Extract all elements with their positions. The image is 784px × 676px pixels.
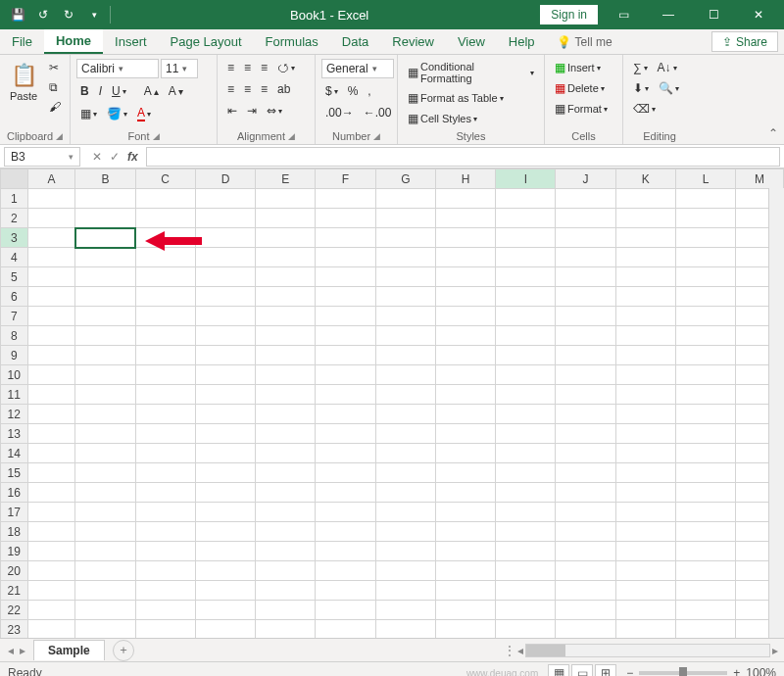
tab-page-layout[interactable]: Page Layout [159,29,254,54]
cell[interactable] [135,248,195,267]
cell[interactable] [195,620,255,640]
cut-button[interactable]: ✂ [45,59,65,76]
insert-function-icon[interactable]: fx [127,150,138,164]
cell[interactable] [256,444,316,463]
cell[interactable] [496,542,556,561]
cell[interactable] [675,581,735,601]
cell[interactable] [556,385,615,405]
cell[interactable] [496,503,556,522]
cell[interactable] [27,405,75,424]
tab-review[interactable]: Review [380,29,446,54]
cell[interactable] [256,346,316,365]
cell[interactable] [375,542,435,561]
cell[interactable] [256,228,316,248]
cell[interactable] [316,346,375,365]
align-left-button[interactable]: ≡ [223,80,238,98]
cell[interactable] [675,405,735,424]
cell[interactable] [27,385,75,405]
cell[interactable] [256,287,316,307]
cell[interactable] [615,287,675,307]
dialog-launcher-icon[interactable]: ◢ [56,131,63,141]
cell[interactable] [496,620,556,640]
row-header[interactable]: 20 [1,561,28,581]
cell[interactable] [75,307,135,326]
row-header[interactable]: 13 [1,424,28,444]
cell[interactable] [615,385,675,405]
row-header[interactable]: 5 [1,267,28,287]
cell[interactable] [675,189,735,209]
cell[interactable] [135,424,195,444]
cell[interactable] [316,385,375,405]
wrap-text-button[interactable]: ab [273,80,294,98]
cell[interactable] [27,601,75,620]
cell[interactable] [556,463,615,483]
cell[interactable] [435,287,495,307]
cell[interactable] [256,601,316,620]
row-header[interactable]: 18 [1,522,28,542]
cell[interactable] [556,346,615,365]
column-header[interactable]: D [195,169,255,189]
sheet-tab-sample[interactable]: Sample [33,640,105,660]
cell[interactable] [615,209,675,228]
paste-button[interactable]: 📋 Paste [6,59,41,106]
cell[interactable] [496,581,556,601]
cell[interactable] [375,522,435,542]
cell[interactable] [27,346,75,365]
cell[interactable] [615,463,675,483]
copy-button[interactable]: ⧉ [45,78,65,96]
cell[interactable] [435,444,495,463]
cell[interactable] [435,601,495,620]
cell[interactable] [316,405,375,424]
cell[interactable] [316,326,375,346]
cell[interactable] [435,385,495,405]
cell[interactable] [375,601,435,620]
page-layout-view-button[interactable]: ▭ [571,664,593,676]
cell[interactable] [256,542,316,561]
cell[interactable] [256,424,316,444]
column-header[interactable]: A [27,169,75,189]
cell[interactable] [615,424,675,444]
column-header[interactable]: F [316,169,375,189]
sheet-nav-next-icon[interactable]: ▸ [20,644,25,657]
cell[interactable] [556,620,615,640]
cell[interactable] [195,542,255,561]
increase-font-button[interactable]: A▴ [140,82,163,100]
cell[interactable] [615,405,675,424]
cell[interactable] [496,248,556,267]
cell[interactable] [316,365,375,385]
cell[interactable] [195,228,255,248]
increase-decimal-button[interactable]: .00→ [321,104,358,121]
hscroll-right-icon[interactable]: ▸ [772,644,778,657]
cell[interactable] [316,444,375,463]
cell[interactable] [135,385,195,405]
cell[interactable] [675,385,735,405]
cell[interactable] [435,561,495,581]
cell[interactable] [135,620,195,640]
tab-formulas[interactable]: Formulas [254,29,330,54]
cell[interactable] [135,463,195,483]
merge-center-button[interactable]: ⇔▾ [263,102,286,120]
cell[interactable] [75,444,135,463]
decrease-indent-button[interactable]: ⇤ [223,102,241,120]
cell[interactable] [135,287,195,307]
row-header[interactable]: 6 [1,287,28,307]
cell[interactable] [375,346,435,365]
cell[interactable] [496,561,556,581]
cell[interactable] [27,248,75,267]
cell[interactable] [496,189,556,209]
font-color-button[interactable]: A▾ [133,104,155,123]
cell[interactable] [615,542,675,561]
cell[interactable] [256,483,316,503]
cell[interactable] [195,483,255,503]
cell[interactable] [195,307,255,326]
cell[interactable] [75,405,135,424]
cell[interactable] [316,620,375,640]
cell[interactable] [75,581,135,601]
cell[interactable] [496,209,556,228]
cell[interactable] [435,542,495,561]
cell[interactable] [135,326,195,346]
cell[interactable] [316,248,375,267]
horizontal-scrollbar[interactable] [525,644,770,657]
cell[interactable] [615,503,675,522]
cell[interactable] [316,581,375,601]
